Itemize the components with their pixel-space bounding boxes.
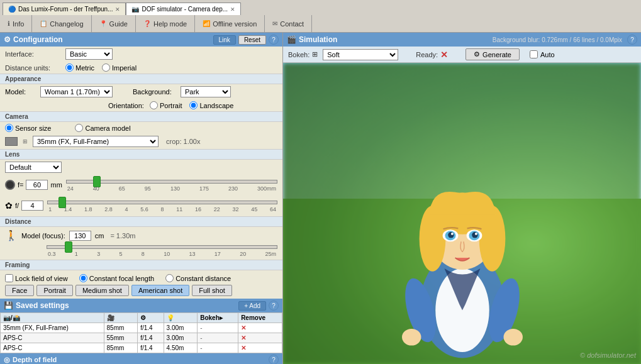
config-header: ⚙ Configuration Link Reset ?	[0, 33, 282, 47]
focus-unit: cm	[95, 232, 104, 240]
cell-aperture: f/1.4	[138, 323, 164, 333]
interface-row: Interface: Basic Advanced	[0, 47, 282, 62]
nav-offline[interactable]: 📶 Offline version	[195, 15, 265, 32]
medium-shot-button[interactable]: Medium shot	[75, 285, 129, 296]
nav-guide[interactable]: 📍 Guide	[92, 15, 136, 32]
constant-distance-radio[interactable]	[165, 274, 174, 282]
reset-button[interactable]: Reset	[238, 35, 266, 45]
sensor-select-row: ⊞ 35mm (FX, Full-Frame) APS-C Micro 4/3 …	[0, 134, 282, 149]
nav-changelog-label: Changelog	[50, 20, 83, 28]
imperial-option[interactable]: Imperial	[102, 63, 137, 72]
portrait-radio[interactable]	[150, 101, 158, 109]
landscape-option[interactable]: Landscape	[189, 101, 233, 109]
distance-subsection: Distance	[0, 216, 282, 227]
camera-subsection: Camera	[0, 111, 282, 122]
landscape-label: Landscape	[199, 102, 233, 109]
cell-sensor: 35mm (FX, Full-Frame)	[1, 323, 104, 333]
nav-changelog[interactable]: 📋 Changelog	[32, 15, 91, 32]
interface-select[interactable]: Basic Advanced	[65, 48, 113, 60]
dof-help-button[interactable]: ?	[269, 355, 279, 364]
landscape-radio[interactable]	[189, 101, 198, 109]
link-button[interactable]: Link	[213, 35, 236, 45]
orientation-group: Portrait Landscape	[150, 101, 233, 109]
model-select[interactable]: Woman 1 (1.70m) Woman 2 (1.65m) Man 1 (1…	[40, 86, 113, 97]
col-sensor: 📷/📸	[1, 313, 104, 323]
sensor-size-radio[interactable]	[5, 124, 13, 132]
nav-info-label: Info	[13, 20, 24, 28]
tab-close-lumix[interactable]: ✕	[115, 6, 120, 13]
cell-focal: 55mm	[104, 333, 138, 343]
nav-info[interactable]: ℹ Info	[0, 15, 32, 32]
aperture-icon: ✿	[5, 201, 13, 211]
model-bg-row: Model: Woman 1 (1.70m) Woman 2 (1.65m) M…	[0, 84, 282, 99]
portrait-button[interactable]: Portrait	[36, 285, 72, 296]
cell-remove[interactable]: ✕	[238, 333, 282, 343]
constant-focal-radio[interactable]	[79, 274, 87, 282]
contact-icon: ✉	[272, 20, 277, 27]
saved-title: 💾 Saved settings	[4, 301, 69, 310]
lens-label: Lens	[5, 151, 20, 158]
constant-focal-option[interactable]: Constant focal length	[79, 274, 154, 282]
saved-help-button[interactable]: ?	[269, 301, 279, 311]
sensor-select[interactable]: 35mm (FX, Full-Frame) APS-C Micro 4/3	[33, 136, 159, 147]
model-focus-label: Model (focus):	[21, 232, 65, 240]
metric-option[interactable]: Metric	[65, 63, 94, 72]
cell-distance: 4.50m	[164, 343, 198, 353]
bokeh-select[interactable]: Soft None Hard Ring	[323, 49, 398, 60]
add-button[interactable]: + Add	[238, 301, 266, 311]
constant-distance-option[interactable]: Constant distance	[165, 274, 231, 282]
sensor-size-option[interactable]: Sensor size	[5, 124, 51, 132]
auto-check[interactable]: Auto	[530, 50, 555, 58]
crop-label: crop: 1.00x	[166, 138, 200, 145]
background-select[interactable]: Park Studio City	[181, 86, 231, 97]
browser-tab-lumix[interactable]: 🔵 Das Lumix-Forum - der Treffpun... ✕	[3, 3, 126, 15]
distance-slider-row: 0.313581013172025m	[5, 243, 277, 257]
right-panel: 🎬 Simulation Background blur: 0.726mm / …	[283, 33, 641, 364]
aperture-value-input[interactable]	[21, 201, 43, 211]
lens-select[interactable]: Default	[5, 162, 62, 173]
cell-remove[interactable]: ✕	[238, 343, 282, 353]
aperture-slider[interactable]	[47, 201, 277, 204]
saved-title-text: Saved settings	[16, 301, 69, 310]
saved-header: 💾 Saved settings + Add ?	[0, 299, 282, 312]
focus-distance-input[interactable]	[69, 231, 91, 241]
american-shot-button[interactable]: American shot	[131, 285, 189, 296]
tab-close-dof[interactable]: ✕	[230, 6, 235, 13]
focal-unit-label: mm	[50, 181, 62, 189]
lock-field-checkbox[interactable]	[5, 274, 13, 282]
focal-value-input[interactable]	[26, 180, 48, 190]
saved-actions: + Add ?	[238, 301, 279, 311]
aperture-slider-wrapper: 11.41.82.845.68111622324564	[47, 198, 277, 212]
aperture-row: ✿ f/ 11.41.82.845.68111622324564	[5, 198, 277, 212]
table-row: APS-C 55mm f/1.4 3.00m - ✕	[1, 333, 282, 343]
sensor-size-label: Sensor size	[15, 124, 51, 132]
focal-slider[interactable]	[66, 180, 277, 184]
cell-remove[interactable]: ✕	[238, 323, 282, 333]
auto-checkbox[interactable]	[530, 50, 538, 58]
framing-section: Lock field of view Constant focal length…	[0, 270, 282, 299]
camera-model-option[interactable]: Camera model	[75, 124, 130, 132]
nav-contact[interactable]: ✉ Contact	[265, 15, 312, 32]
lock-field-option[interactable]: Lock field of view	[5, 274, 68, 282]
portrait-option[interactable]: Portrait	[150, 101, 182, 109]
background-label: Background:	[133, 88, 177, 96]
nav-help[interactable]: ❓ Help mode	[136, 15, 195, 32]
imperial-radio[interactable]	[102, 63, 110, 72]
bokeh-grid-icon: ⊞	[312, 50, 318, 58]
help-icon: ❓	[143, 20, 151, 27]
distance-slider[interactable]	[47, 245, 277, 249]
config-title-text: Configuration	[13, 35, 63, 44]
cell-sensor: APS-C	[1, 343, 104, 353]
info-icon: ℹ	[8, 20, 10, 27]
cell-distance: 3.00m	[164, 323, 198, 333]
metric-radio[interactable]	[65, 63, 74, 72]
face-button[interactable]: Face	[5, 285, 34, 296]
browser-tab-dof[interactable]: 📷 DOF simulator - Camera dep... ✕	[126, 3, 241, 15]
sim-help-button[interactable]: ?	[627, 35, 637, 45]
config-help-button[interactable]: ?	[269, 35, 279, 45]
full-shot-button[interactable]: Full shot	[192, 285, 232, 296]
sim-title: 🎬 Simulation	[287, 35, 337, 44]
generate-button[interactable]: ⚙ Generate	[465, 48, 520, 60]
camera-model-radio[interactable]	[75, 124, 83, 132]
appearance-label: Appearance	[5, 75, 41, 82]
